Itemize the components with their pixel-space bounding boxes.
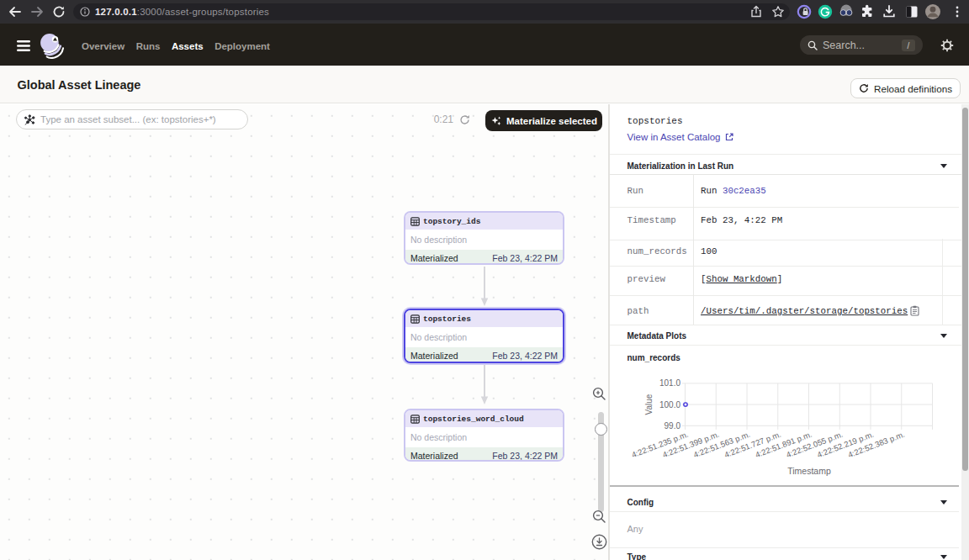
svg-text:99.0: 99.0 (665, 421, 681, 431)
svg-text:Value: Value (644, 394, 654, 415)
svg-text:Timestamp: Timestamp (787, 466, 831, 476)
svg-text:101.0: 101.0 (659, 378, 680, 388)
svg-text:100.0: 100.0 (659, 400, 680, 409)
